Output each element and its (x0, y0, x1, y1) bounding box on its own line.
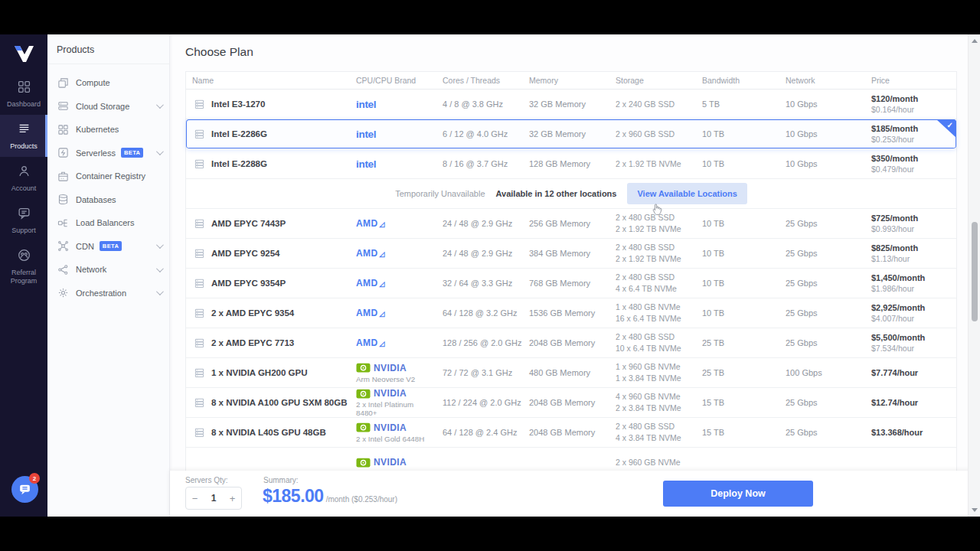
rail-item-support[interactable]: Support (0, 199, 47, 241)
amd-arrow-mark: ◿ (380, 310, 385, 318)
rail-item-account[interactable]: Account (0, 157, 47, 199)
sidebar-item-label: CDN (76, 242, 94, 251)
scrollbar[interactable] (968, 34, 980, 517)
plan-row-intel-e3-1270[interactable]: Intel E3-1270 intel 4 / 8 @ 3.8 GHz 32 G… (186, 90, 956, 119)
plan-price: $120/month $0.164/hour (865, 94, 956, 114)
sidebar-item-container-registry[interactable]: Container Registry (47, 165, 169, 188)
plans-table: NameCPU/CPU BrandCores / ThreadsMemorySt… (185, 71, 957, 478)
qty-increment-button[interactable]: + (224, 493, 241, 504)
compute-icon (57, 77, 69, 89)
rail-item-products[interactable]: Products (0, 115, 47, 157)
plan-row-intel-e-2288g[interactable]: Intel E-2288G intel 8 / 16 @ 3.7 GHz 128… (186, 149, 956, 179)
chat-bubble-icon (18, 482, 32, 497)
plan-network: 25 Gbps (779, 428, 865, 437)
sidebar-item-cdn[interactable]: CDN BETA (47, 235, 169, 259)
plan-cpu-brand: AMD◿ (350, 218, 436, 229)
rail-item-dashboard[interactable]: Dashboard (0, 73, 47, 115)
rail-item-label: Dashboard (2, 100, 46, 109)
rail-item-referral-program[interactable]: Referral Program (0, 241, 47, 292)
server-icon (194, 397, 205, 409)
available-locations-label: Available in 12 other locations (496, 189, 617, 198)
plan-row-2-x-amd-epyc-7713[interactable]: 2 x AMD EPYC 7713 AMD◿ 128 / 256 @ 2.0 G… (186, 328, 956, 358)
sidebar-item-label: Container Registry (76, 171, 145, 181)
serverless-icon (57, 147, 69, 158)
sidebar-item-orchestration[interactable]: Orchestration (47, 282, 169, 305)
summary-total: $185.00 /month ($0.253/hour) (263, 486, 397, 507)
intel-logo: intel (356, 99, 376, 110)
view-available-locations-button[interactable]: View Available Locations (627, 183, 746, 204)
sidebar-item-cloud-storage[interactable]: Cloud Storage (47, 95, 169, 119)
plan-cpu-brand: NVIDIA (350, 457, 436, 468)
server-icon (194, 427, 205, 439)
plan-row-2-x-amd-epyc-9354[interactable]: 2 x AMD EPYC 9354 AMD◿ 64 / 128 @ 3.2 GH… (186, 298, 956, 328)
deploy-now-button[interactable]: Deploy Now (663, 481, 813, 507)
app-window: Dashboard Products Account Support Refer… (0, 34, 980, 517)
sidebar-item-load-balancers[interactable]: Load Balancers (47, 211, 169, 235)
sidebar-item-databases[interactable]: Databases (47, 188, 169, 212)
nvidia-eye-icon (356, 458, 371, 468)
column-header-cpu-cpu-brand: CPU/CPU Brand (350, 76, 436, 85)
plan-cores: 4 / 8 @ 3.8 GHz (436, 99, 523, 109)
scroll-up-arrow-icon[interactable] (972, 39, 978, 43)
chevron-down-icon (156, 101, 164, 109)
temporarily-unavailable-label: Temporarily Unavailable (395, 189, 485, 198)
price-primary: $350/month (871, 154, 956, 163)
nvidia-logo: NVIDIA (356, 363, 436, 373)
plan-row-amd-epyc-7443p[interactable]: AMD EPYC 7443P AMD◿ 24 / 48 @ 2.9 GHz 25… (186, 209, 956, 239)
plan-network: 25 Gbps (779, 308, 865, 318)
qty-decrement-button[interactable]: − (186, 493, 204, 504)
plan-memory: 32 GB Memory (523, 99, 609, 109)
plan-cores: 64 / 128 @ 3.2 GHz (436, 308, 523, 318)
plan-row-intel-e-2286g[interactable]: Intel E-2286G intel 6 / 12 @ 4.0 GHz 32 … (186, 119, 956, 149)
plan-cpu-brand: AMD◿ (350, 248, 436, 259)
plan-price: $12.74/hour (865, 398, 956, 407)
column-header-cores-threads: Cores / Threads (436, 76, 523, 85)
plan-row-amd-epyc-9254[interactable]: AMD EPYC 9254 AMD◿ 24 / 48 @ 2.9 GHz 384… (186, 239, 956, 269)
server-icon (194, 218, 205, 230)
sidebar-item-kubernetes[interactable]: Kubernetes (47, 118, 169, 142)
price-primary: $120/month (871, 94, 956, 103)
plan-price: $5,500/month $7.534/hour (865, 333, 956, 353)
scrollbar-thumb[interactable] (972, 222, 978, 321)
plan-storage: 2 x 480 GB SSD10 x 6.4 TB NVMe (609, 331, 696, 354)
support-icon (18, 207, 31, 220)
plan-bandwidth: 10 TB (696, 159, 779, 168)
plan-cores: 24 / 48 @ 2.9 GHz (436, 219, 523, 228)
amd-logo: AMD◿ (356, 278, 385, 289)
plan-row-1-x-nvidia-gh200-gpu[interactable]: 1 x NVIDIA GH200 GPU NVIDIAArm Neoverse … (186, 358, 956, 388)
amd-logo: AMD◿ (356, 218, 385, 229)
plan-price: $350/month $0.479/hour (865, 154, 956, 174)
price-primary: $1,450/month (871, 273, 956, 282)
databases-icon (57, 194, 69, 205)
amd-arrow-mark: ◿ (380, 220, 385, 228)
chat-button[interactable]: 2 (11, 476, 38, 503)
orchestration-icon (57, 287, 69, 298)
plan-name: 8 x NVIDIA A100 GPU SXM 80GB (186, 397, 350, 409)
dashboard-icon (18, 80, 31, 93)
sidebar-item-network[interactable]: Network (47, 258, 169, 282)
amd-arrow-mark: ◿ (380, 250, 385, 258)
plan-row-8-x-nvidia-l40s-gpu-48gb[interactable]: 8 x NVIDIA L40S GPU 48GB NVIDIA2 x Intel… (186, 418, 956, 448)
plan-cores: 6 / 12 @ 4.0 GHz (436, 129, 523, 139)
plan-price: $2,925/month $4.007/hour (865, 303, 956, 323)
plan-memory: 768 GB Memory (523, 279, 609, 288)
sidebar-item-label: Orchestration (76, 289, 126, 298)
cloud-storage-icon (57, 100, 69, 112)
sidebar-item-compute[interactable]: Compute (47, 71, 169, 95)
chevron-down-icon (156, 241, 164, 249)
scroll-down-arrow-icon[interactable] (972, 508, 978, 512)
server-icon (194, 367, 205, 379)
quantity-stepper: − 1 + (185, 487, 242, 510)
nvidia-logo: NVIDIA (356, 388, 436, 399)
sidebar-item-serverless[interactable]: Serverless BETA (47, 142, 169, 165)
servers-qty-label: Servers Qty: (185, 476, 228, 484)
server-icon (194, 248, 205, 259)
sidebar-item-label: Databases (76, 195, 116, 204)
plan-memory: 32 GB Memory (523, 129, 609, 139)
plan-row-8-x-nvidia-a100-gpu-sxm-80gb[interactable]: 8 x NVIDIA A100 GPU SXM 80GB NVIDIA2 x I… (186, 388, 956, 418)
column-header-bandwidth: Bandwidth (696, 76, 779, 85)
plan-row-amd-epyc-9354p[interactable]: AMD EPYC 9354P AMD◿ 32 / 64 @ 3.3 GHz 76… (186, 269, 956, 298)
plan-cpu-brand: NVIDIA2 x Intel Gold 6448H (350, 422, 436, 443)
plan-name: 8 x NVIDIA L40S GPU 48GB (186, 427, 350, 439)
vultr-logo-icon[interactable] (12, 44, 35, 65)
